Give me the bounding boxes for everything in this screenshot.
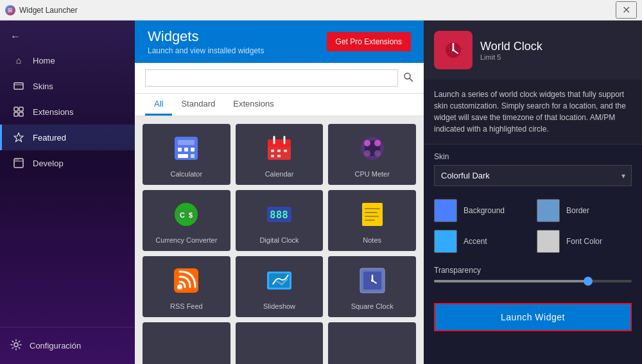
widget-cpu-meter[interactable]: CPU Meter <box>328 124 416 185</box>
pro-button[interactable]: Get Pro Extensions <box>327 32 411 51</box>
accent-label: Accent <box>464 237 487 246</box>
background-label: Background <box>464 206 505 215</box>
font-color-label: Font Color <box>566 237 602 246</box>
widget-square-clock[interactable]: Square Clock <box>328 256 416 317</box>
search-bar <box>135 63 424 94</box>
sidebar-item-featured[interactable]: Featured <box>0 125 135 150</box>
extensions-icon <box>12 105 25 118</box>
svg-rect-46 <box>365 212 377 213</box>
notes-label: Notes <box>363 236 381 245</box>
svg-text:888: 888 <box>270 209 288 221</box>
skin-select-wrapper: Colorful Dark Dark Light Minimal ▾ <box>434 165 632 186</box>
svg-rect-27 <box>277 150 281 152</box>
accent-swatch[interactable] <box>434 230 457 253</box>
sidebar-item-skins-label: Skins <box>33 82 53 91</box>
home-icon: ⌂ <box>12 54 25 67</box>
transparency-slider-track[interactable] <box>434 280 632 282</box>
detail-title-area: World Clock Limit 5 <box>480 40 542 61</box>
svg-rect-5 <box>19 112 23 116</box>
widget-notes[interactable]: Notes <box>328 190 416 251</box>
app-container: ← ⌂ Home Skins Extensions <box>0 21 642 364</box>
header-subtitle: Launch and view installed widgets <box>148 46 264 55</box>
calendar-label: Calendar <box>265 169 294 178</box>
transparency-slider-thumb[interactable] <box>584 277 593 286</box>
currency-icon: C$ <box>172 196 200 233</box>
svg-rect-15 <box>178 140 195 145</box>
sidebar-item-home-label: Home <box>33 56 55 65</box>
svg-rect-26 <box>271 150 274 152</box>
widget-empty-2 <box>236 322 324 364</box>
cpu-meter-label: CPU Meter <box>354 169 389 178</box>
launch-section: Launch Widget <box>424 295 642 339</box>
svg-rect-3 <box>19 107 23 111</box>
svg-rect-28 <box>284 150 287 152</box>
main-content: Widgets Launch and view installed widget… <box>135 21 424 364</box>
color-grid: Background Border Accent Font Color <box>424 194 642 261</box>
config-item[interactable]: Configuración <box>10 335 125 356</box>
border-swatch[interactable] <box>537 199 560 222</box>
sidebar-bottom: Configuración <box>0 327 135 364</box>
search-button[interactable] <box>403 72 413 84</box>
svg-rect-16 <box>178 148 182 152</box>
detail-panel: World Clock Limit 5 Launch a series of w… <box>424 21 642 364</box>
header-title: Widgets <box>148 28 264 45</box>
widget-calendar[interactable]: Calendar <box>236 124 324 185</box>
titlebar: ⊞ Widget Launcher ✕ <box>0 0 642 21</box>
sidebar-item-develop[interactable]: Develop <box>0 150 135 176</box>
currency-label: Currency Converter <box>155 236 217 245</box>
transparency-slider-fill <box>434 280 588 282</box>
digital-clock-icon: 888 <box>265 196 293 233</box>
svg-point-11 <box>14 343 18 347</box>
widget-calculator[interactable]: Calculator <box>143 124 230 185</box>
sidebar-item-skins[interactable]: Skins <box>0 73 135 99</box>
content-header: Widgets Launch and view installed widget… <box>135 21 424 63</box>
detail-title: World Clock <box>480 40 542 53</box>
svg-line-13 <box>410 78 413 82</box>
svg-marker-6 <box>14 133 23 142</box>
detail-description: Launch a series of world clock widgets t… <box>424 80 642 144</box>
widget-currency-converter[interactable]: C$ Currency Converter <box>143 190 230 251</box>
svg-rect-19 <box>178 154 188 158</box>
svg-point-63 <box>452 49 455 51</box>
slideshow-label: Slideshow <box>263 302 295 311</box>
svg-rect-4 <box>14 112 18 116</box>
back-button[interactable]: ← <box>0 26 135 48</box>
search-icon <box>403 72 413 82</box>
tab-extensions[interactable]: Extensions <box>224 94 283 116</box>
tab-standard[interactable]: Standard <box>172 94 224 116</box>
skin-dropdown[interactable]: Colorful Dark Dark Light Minimal <box>434 165 632 186</box>
svg-point-50 <box>177 284 182 290</box>
svg-rect-0 <box>14 83 23 89</box>
widget-rss-feed[interactable]: RSS Feed <box>143 256 230 317</box>
search-input[interactable] <box>145 69 398 87</box>
svg-rect-47 <box>365 216 379 217</box>
widget-grid-area: Calculator Calendar CPU Meter <box>135 116 424 364</box>
widget-digital-clock[interactable]: 888 Digital Clock <box>236 190 324 251</box>
sidebar-item-home[interactable]: ⌂ Home <box>0 48 135 73</box>
svg-point-58 <box>371 279 374 282</box>
svg-rect-2 <box>14 107 18 111</box>
color-font: Font Color <box>537 230 632 253</box>
font-color-swatch[interactable] <box>537 230 560 253</box>
develop-icon <box>12 157 25 169</box>
svg-rect-7 <box>14 159 23 168</box>
widget-slideshow[interactable]: Slideshow <box>236 256 324 317</box>
svg-point-36 <box>374 150 381 157</box>
calculator-label: Calculator <box>171 169 203 178</box>
svg-text:$: $ <box>189 211 193 219</box>
rss-feed-label: RSS Feed <box>170 302 203 311</box>
close-button[interactable]: ✕ <box>616 1 637 19</box>
transparency-label: Transparency <box>434 266 632 275</box>
border-label: Border <box>566 206 589 215</box>
detail-limit: Limit 5 <box>480 53 542 61</box>
digital-clock-label: Digital Clock <box>259 236 299 245</box>
background-swatch[interactable] <box>434 199 457 222</box>
sidebar-item-extensions[interactable]: Extensions <box>0 99 135 125</box>
sidebar-item-featured-label: Featured <box>33 133 66 143</box>
skin-label: Skin <box>434 152 632 161</box>
titlebar-title: Widget Launcher <box>19 6 78 15</box>
square-clock-icon <box>358 263 386 299</box>
tab-all[interactable]: All <box>145 94 172 116</box>
tabs-bar: All Standard Extensions <box>135 94 424 116</box>
launch-widget-button[interactable]: Launch Widget <box>434 303 632 331</box>
